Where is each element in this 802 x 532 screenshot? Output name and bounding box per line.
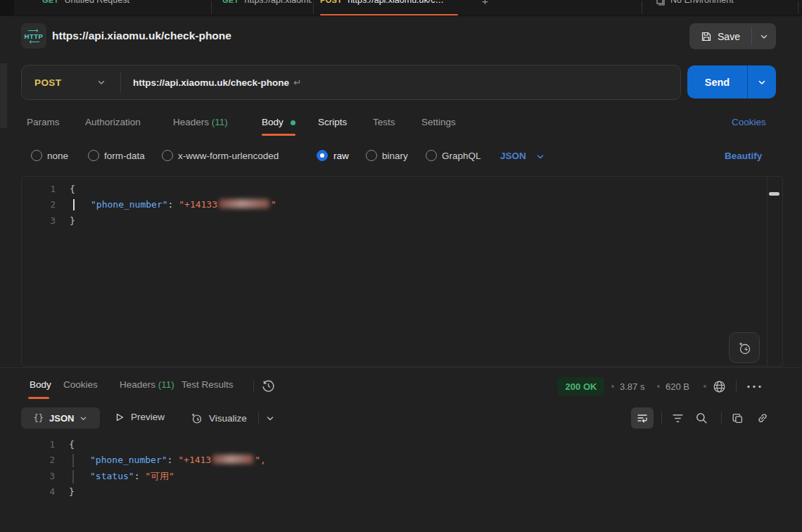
url-input[interactable]: https://api.xiaomu.uk/check-phone↵ — [133, 77, 301, 88]
request-body-editor[interactable]: 1 { 2 "phone_number": "+14133" 3 } — [21, 176, 783, 367]
visualize-button[interactable]: Visualize — [190, 412, 247, 424]
enter-hint: ↵ — [293, 77, 301, 88]
radio-binary-label[interactable]: binary — [382, 151, 408, 161]
radio-raw[interactable] — [317, 150, 328, 161]
response-body-viewer: 1 { 2 "phone_number": "+1413", 3 "status… — [21, 433, 783, 532]
indent-guide — [72, 470, 74, 483]
line-number: 1 — [22, 182, 63, 197]
request-tab-1[interactable]: GET Untitled Request — [42, 0, 210, 15]
body-type-options: none form-data x-www-form-urlencoded raw… — [0, 145, 802, 167]
language-selector[interactable]: JSON — [500, 151, 526, 161]
beautify-link[interactable]: Beautify — [725, 151, 762, 161]
radio-urlencoded[interactable] — [162, 150, 173, 161]
code-line: 2 "phone_number": "+1413", — [21, 452, 783, 468]
response-tab-body[interactable]: Body — [30, 379, 51, 390]
json-value: "可用" — [145, 471, 174, 481]
wrap-text-button[interactable] — [631, 407, 654, 429]
save-options-button[interactable] — [752, 23, 776, 49]
link-icon[interactable] — [756, 412, 769, 424]
response-tab-headers[interactable]: Headers (11) — [120, 379, 174, 390]
chevron-down-icon — [758, 78, 766, 87]
send-button[interactable]: Send — [687, 65, 776, 99]
dot-separator — [704, 385, 706, 388]
protocol-label: HTTP — [25, 33, 44, 39]
redacted-phone-digits — [219, 199, 269, 208]
filter-icon[interactable] — [672, 413, 684, 424]
radio-binary[interactable] — [366, 150, 377, 161]
preview-button[interactable]: Preview — [115, 412, 165, 422]
tab-headers[interactable]: Headers (11) — [173, 117, 228, 127]
response-history-icon[interactable] — [262, 379, 275, 393]
tab-scripts[interactable]: Scripts — [318, 117, 347, 127]
arrow-right-icon — [27, 29, 40, 32]
code-line: 3 } — [22, 213, 782, 229]
close-brace: } — [69, 486, 75, 497]
radio-graphql[interactable] — [426, 150, 437, 161]
radio-none[interactable] — [31, 150, 42, 161]
json-value-suffix: ", — [255, 455, 266, 465]
open-brace: { — [70, 184, 75, 194]
tab-divider — [211, 1, 212, 14]
tab-settings[interactable]: Settings — [421, 117, 456, 127]
code-line: 1 { — [22, 182, 782, 197]
url-bar: POST https://api.xiaomu.uk/check-phone↵ — [21, 65, 681, 100]
json-value-prefix: "+14133 — [179, 199, 217, 210]
copy-icon[interactable] — [732, 412, 744, 424]
active-tab-underline — [28, 397, 49, 399]
editor-scrollbar-track[interactable] — [767, 177, 782, 366]
environment-selector[interactable]: No Environment — [656, 0, 734, 15]
arrow-left-icon — [27, 40, 40, 44]
visualize-label: Visualize — [209, 413, 247, 424]
tab-authorization[interactable]: Authorization — [85, 117, 141, 127]
json-value-prefix: "+1413 — [178, 455, 211, 465]
response-tab-test-results[interactable]: Test Results — [182, 379, 234, 390]
headers-label: Headers — [173, 117, 209, 127]
environment-label: No Environment — [670, 0, 734, 15]
network-globe-icon[interactable] — [712, 379, 727, 394]
url-bar-divider — [120, 72, 121, 93]
response-tab-cookies[interactable]: Cookies — [63, 379, 98, 390]
visualize-chevron-icon[interactable] — [266, 414, 274, 423]
status-badge: 200 OK — [558, 377, 604, 395]
tab-tests[interactable]: Tests — [373, 117, 395, 127]
request-tab-2[interactable]: GET https://api.xiaomu.uk/… — [222, 0, 312, 15]
tab-body[interactable]: Body — [262, 117, 284, 127]
tab-method-badge: GET — [222, 0, 239, 4]
editor-scrollbar-thumb[interactable] — [769, 192, 779, 196]
workspace-tab-bar: GET Untitled Request GET https://api.xia… — [0, 0, 802, 16]
send-options-button[interactable] — [748, 65, 776, 99]
line-number: 2 — [21, 452, 63, 468]
send-label: Send — [687, 65, 747, 99]
active-tab-underline — [320, 14, 458, 16]
radio-graphql-label[interactable]: GraphQL — [442, 151, 481, 161]
request-title: https://api.xiaomu.uk/check-phone — [52, 30, 231, 42]
dot-separator — [611, 385, 614, 388]
radio-form-data[interactable] — [88, 150, 99, 161]
code-line: 1 { — [21, 437, 783, 452]
json-key: "phone_number" — [91, 199, 168, 210]
new-tab-button[interactable]: + — [482, 0, 488, 7]
cookies-link[interactable]: Cookies — [732, 117, 766, 127]
visualize-sparkle-icon — [190, 412, 203, 424]
response-format-dropdown[interactable]: {} JSON — [21, 407, 100, 429]
code-line: 4 } — [21, 484, 783, 500]
dot-separator — [657, 385, 660, 388]
save-button[interactable]: Save — [689, 23, 776, 49]
line-number: 1 — [21, 437, 63, 452]
language-chevron-icon[interactable] — [536, 153, 545, 161]
chevron-down-icon — [760, 32, 768, 41]
radio-none-label[interactable]: none — [47, 151, 68, 161]
radio-raw-label[interactable]: raw — [333, 151, 349, 161]
method-chevron-icon[interactable] — [97, 78, 106, 87]
postbot-button[interactable] — [729, 332, 760, 363]
request-tab-active[interactable]: POST https://api.xiaomu.uk/c… — [320, 0, 461, 15]
tab-params[interactable]: Params — [27, 117, 60, 127]
search-icon[interactable] — [695, 412, 708, 424]
tab-method-badge: GET — [42, 0, 59, 4]
save-label: Save — [718, 31, 740, 42]
method-selector[interactable]: POST — [34, 77, 61, 88]
more-options-icon[interactable] — [746, 384, 763, 389]
tab-method-badge: POST — [320, 0, 342, 4]
radio-urlencoded-label[interactable]: x-www-form-urlencoded — [178, 151, 279, 161]
radio-form-data-label[interactable]: form-data — [104, 151, 145, 161]
